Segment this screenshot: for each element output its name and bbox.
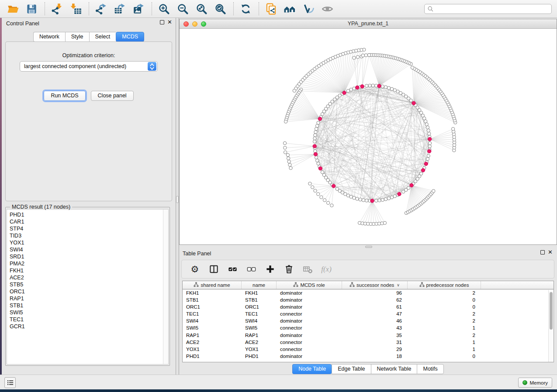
table-scrollbar-thumb[interactable] bbox=[550, 292, 553, 330]
table-cell[interactable]: YOX1 bbox=[183, 346, 242, 353]
deselect-all-icon[interactable] bbox=[245, 263, 257, 275]
table-settings-icon[interactable]: ⚙ bbox=[189, 263, 201, 275]
table-cell[interactable]: 2 bbox=[408, 310, 481, 317]
zoom-fit-icon[interactable] bbox=[194, 1, 209, 16]
column-layout-icon[interactable] bbox=[208, 263, 220, 275]
tab-network-table[interactable]: Network Table bbox=[371, 364, 417, 374]
table-cell[interactable]: ORC1 bbox=[242, 303, 277, 310]
tab-edge-table[interactable]: Edge Table bbox=[332, 364, 370, 374]
mcds-result-item[interactable]: GCR1 bbox=[7, 323, 168, 330]
table-row[interactable]: SWI4SWI4dominator462 bbox=[183, 317, 554, 324]
table-cell[interactable]: YOX1 bbox=[242, 346, 277, 353]
table-cell[interactable]: dominator bbox=[277, 303, 342, 310]
table-cell[interactable]: PHD1 bbox=[183, 353, 242, 360]
select-all-icon[interactable] bbox=[226, 263, 239, 275]
splitter-handle[interactable] bbox=[176, 196, 179, 203]
zoom-selected-icon[interactable] bbox=[213, 1, 228, 16]
first-neighbors-icon[interactable] bbox=[282, 1, 297, 16]
table-cell[interactable]: TEC1 bbox=[242, 310, 277, 317]
table-cell[interactable]: 61 bbox=[342, 303, 408, 310]
search-input[interactable] bbox=[434, 5, 551, 13]
table-cell[interactable]: ACE2 bbox=[242, 339, 277, 346]
table-cell[interactable]: 35 bbox=[342, 332, 408, 339]
memory-button[interactable]: Memory bbox=[518, 378, 552, 388]
task-history-button[interactable] bbox=[4, 377, 16, 388]
tab-select[interactable]: Select bbox=[89, 32, 116, 42]
export-network-icon[interactable] bbox=[93, 1, 108, 16]
open-session-icon[interactable] bbox=[5, 1, 20, 16]
table-cell[interactable]: 62 bbox=[342, 296, 408, 303]
column-header-name[interactable]: name bbox=[242, 281, 277, 289]
tab-network[interactable]: Network bbox=[33, 32, 65, 42]
table-cell[interactable]: 1 bbox=[408, 339, 481, 346]
mcds-result-item[interactable]: RAP1 bbox=[7, 295, 168, 302]
table-cell[interactable]: 0 bbox=[408, 303, 481, 310]
export-table-icon[interactable] bbox=[112, 1, 127, 16]
table-row[interactable]: STB1STB1dominator620 bbox=[183, 296, 554, 303]
import-network-icon[interactable] bbox=[49, 1, 64, 16]
mcds-result-item[interactable]: ACE2 bbox=[7, 274, 168, 281]
table-cell[interactable]: SWI5 bbox=[242, 324, 277, 331]
apply-layout-icon[interactable] bbox=[238, 1, 253, 16]
table-cell[interactable]: PHD1 bbox=[242, 353, 277, 360]
table-cell[interactable]: 1 bbox=[408, 346, 481, 353]
mcds-result-item[interactable]: SRD1 bbox=[7, 253, 168, 260]
table-cell[interactable]: FKH1 bbox=[183, 289, 242, 296]
column-header-predecessor-nodes[interactable]: predecessor nodes bbox=[408, 281, 481, 289]
delete-column-icon[interactable] bbox=[283, 263, 295, 275]
table-row[interactable]: ACE2ACE2connector311 bbox=[183, 339, 554, 346]
tab-mcds[interactable]: MCDS bbox=[116, 32, 144, 42]
table-row[interactable]: RAP1RAP1dominator352 bbox=[183, 332, 554, 339]
table-row[interactable]: TEC1TEC1connector472 bbox=[183, 310, 554, 317]
zoom-out-icon[interactable] bbox=[175, 1, 190, 16]
close-panel-icon[interactable]: ✕ bbox=[548, 250, 553, 254]
table-row[interactable]: SWI5SWI5connector431 bbox=[183, 324, 554, 331]
import-table-icon[interactable] bbox=[68, 1, 83, 16]
mcds-result-list[interactable]: PHD1CAR1STP4TID3YOX1SWI4SRD1PMA2FKH1ACE2… bbox=[7, 209, 169, 364]
table-cell[interactable]: ORC1 bbox=[183, 303, 242, 310]
table-row[interactable]: YOX1YOX1connector291 bbox=[183, 346, 554, 353]
table-cell[interactable]: 2 bbox=[408, 332, 481, 339]
close-panel-button[interactable]: Close panel bbox=[91, 91, 134, 101]
table-cell[interactable]: SWI4 bbox=[242, 317, 277, 324]
minimize-window-icon[interactable] bbox=[192, 21, 197, 27]
save-session-icon[interactable] bbox=[24, 1, 39, 16]
table-cell[interactable]: STB1 bbox=[183, 296, 242, 303]
add-column-icon[interactable] bbox=[264, 263, 276, 275]
table-cell[interactable]: SWI5 bbox=[183, 324, 242, 331]
table-cell[interactable]: 29 bbox=[342, 346, 408, 353]
network-document-icon[interactable] bbox=[263, 1, 278, 16]
maximize-window-icon[interactable] bbox=[201, 21, 206, 27]
table-cell[interactable]: 2 bbox=[408, 317, 481, 324]
table-cell[interactable]: 31 bbox=[342, 339, 408, 346]
table-cell[interactable]: RAP1 bbox=[242, 332, 277, 339]
column-header-MCDS-role[interactable]: MCDS role bbox=[277, 281, 342, 289]
table-row[interactable]: PHD1PHD1dominator180 bbox=[183, 353, 554, 360]
table-cell[interactable]: 2 bbox=[408, 289, 481, 296]
table-cell[interactable]: dominator bbox=[277, 353, 342, 360]
mcds-result-item[interactable]: TID3 bbox=[7, 232, 168, 239]
table-cell[interactable]: 0 bbox=[408, 296, 481, 303]
table-cell[interactable]: connector bbox=[277, 310, 342, 317]
table-row[interactable]: ORC1ORC1dominator610 bbox=[183, 303, 554, 310]
table-cell[interactable]: RAP1 bbox=[183, 332, 242, 339]
table-cell[interactable]: dominator bbox=[277, 332, 342, 339]
float-panel-icon[interactable] bbox=[540, 250, 545, 254]
column-header-successor-nodes[interactable]: successor nodes∨ bbox=[342, 281, 408, 289]
table-row[interactable]: FKH1FKH1dominator962 bbox=[183, 289, 554, 296]
mcds-result-item[interactable]: SWI5 bbox=[7, 309, 168, 316]
network-canvas[interactable] bbox=[180, 29, 557, 244]
mcds-result-item[interactable]: SWI4 bbox=[7, 246, 168, 253]
mcds-result-item[interactable]: STB5 bbox=[7, 281, 168, 288]
table-cell[interactable]: FKH1 bbox=[242, 289, 277, 296]
table-cell[interactable]: 46 bbox=[342, 317, 408, 324]
tab-style[interactable]: Style bbox=[65, 32, 89, 42]
tab-motifs[interactable]: Motifs bbox=[417, 364, 443, 374]
table-cell[interactable]: connector bbox=[277, 346, 342, 353]
vertical-splitter[interactable] bbox=[176, 18, 179, 375]
run-mcds-button[interactable]: Run MCDS bbox=[44, 91, 85, 101]
tab-node-table[interactable]: Node Table bbox=[292, 364, 332, 374]
column-header-shared-name[interactable]: shared name bbox=[183, 281, 242, 289]
table-cell[interactable]: dominator bbox=[277, 296, 342, 303]
table-scrollbar[interactable] bbox=[548, 290, 553, 362]
